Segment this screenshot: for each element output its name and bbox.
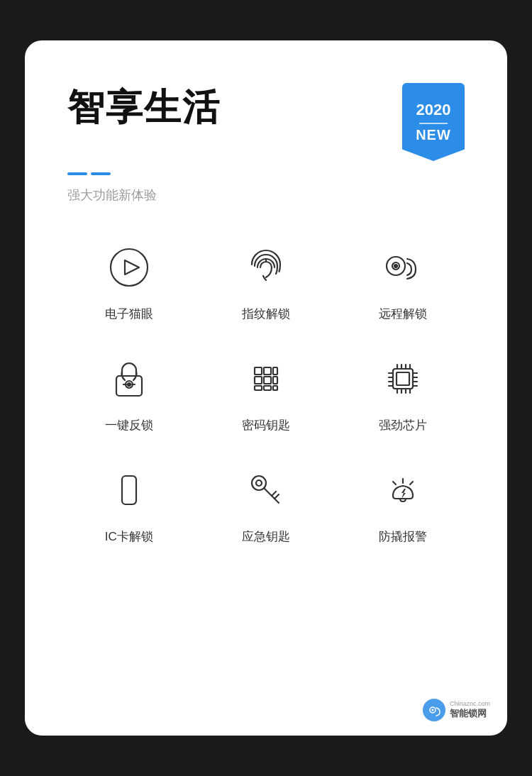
fingerprint-icon: [238, 239, 294, 296]
feature-remote-unlock[interactable]: 远程解锁: [342, 239, 465, 322]
watermark-top-text: Chinaznc.com: [450, 700, 490, 707]
svg-rect-11: [264, 367, 271, 375]
badge-divider: [419, 123, 448, 124]
feature-one-key-lock[interactable]: 一键反锁: [67, 350, 190, 433]
badge-new-label: NEW: [416, 127, 451, 143]
subtitle: 强大功能新体验: [67, 187, 465, 204]
peephole-label: 电子猫眼: [105, 306, 153, 322]
one-key-lock-label: 一键反锁: [105, 417, 153, 433]
feature-ic-card[interactable]: IC卡解锁: [67, 462, 190, 545]
watermark: Chinaznc.com 智能锁网: [423, 699, 490, 721]
features-grid: 电子猫眼 指纹解锁: [67, 239, 465, 545]
emergency-key-label: 应急钥匙: [242, 528, 290, 545]
password-key-icon: [238, 350, 294, 407]
watermark-text-block: Chinaznc.com 智能锁网: [450, 700, 490, 720]
svg-line-45: [410, 482, 413, 484]
svg-marker-1: [125, 260, 139, 275]
fingerprint-label: 指纹解锁: [242, 306, 290, 322]
peephole-icon: [101, 239, 157, 296]
svg-rect-17: [264, 386, 271, 390]
svg-point-47: [431, 709, 433, 711]
svg-point-38: [252, 476, 266, 490]
svg-rect-18: [273, 386, 277, 390]
ic-card-icon: [101, 462, 157, 519]
svg-rect-12: [273, 367, 277, 375]
svg-point-4: [394, 265, 397, 267]
svg-point-7: [128, 383, 131, 386]
feature-peephole[interactable]: 电子猫眼: [67, 239, 190, 322]
svg-rect-37: [122, 476, 136, 504]
main-card: 智享生活 2020 NEW 强大功能新体验 电子猫眼: [25, 40, 507, 736]
anti-tamper-icon: [375, 462, 431, 519]
feature-fingerprint[interactable]: 指纹解锁: [204, 239, 327, 322]
feature-anti-tamper[interactable]: 防撬报警: [342, 462, 465, 545]
ic-card-label: IC卡解锁: [105, 528, 153, 545]
remote-unlock-icon: [375, 239, 431, 296]
anti-tamper-label: 防撬报警: [379, 528, 427, 545]
svg-rect-13: [255, 377, 262, 384]
svg-line-44: [393, 482, 396, 484]
password-key-label: 密码钥匙: [242, 417, 290, 433]
strong-chip-icon: [375, 350, 431, 407]
header: 智享生活 2020 NEW: [67, 83, 465, 161]
svg-point-0: [111, 249, 148, 286]
feature-emergency-key[interactable]: 应急钥匙: [204, 462, 327, 545]
svg-point-39: [256, 480, 262, 486]
accent-line-1: [67, 172, 87, 175]
watermark-logo-icon: [423, 699, 445, 721]
feature-password-key[interactable]: 密码钥匙: [204, 350, 327, 433]
remote-unlock-label: 远程解锁: [379, 306, 427, 322]
svg-rect-20: [397, 372, 409, 385]
svg-rect-15: [273, 377, 277, 384]
watermark-bottom-text: 智能锁网: [450, 707, 490, 720]
svg-line-41: [272, 492, 276, 496]
svg-rect-14: [264, 377, 271, 384]
strong-chip-label: 强劲芯片: [379, 417, 427, 433]
accent-bar: [67, 172, 465, 175]
page-title: 智享生活: [67, 83, 221, 133]
accent-line-2: [91, 172, 111, 175]
feature-strong-chip[interactable]: 强劲芯片: [342, 350, 465, 433]
svg-rect-10: [255, 367, 262, 375]
year-badge: 2020 NEW: [402, 83, 465, 161]
badge-year: 2020: [416, 101, 451, 119]
svg-line-42: [275, 494, 279, 499]
svg-rect-16: [255, 386, 262, 390]
one-key-lock-icon: [101, 350, 157, 407]
emergency-key-icon: [238, 462, 294, 519]
